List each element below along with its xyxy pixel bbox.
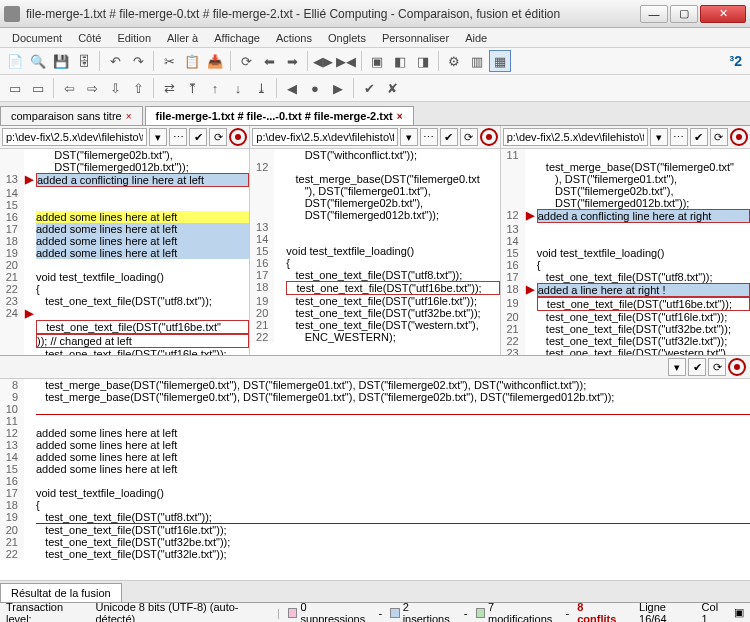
layout1-icon[interactable]: ▥ [466,50,488,72]
close-button[interactable]: ✕ [700,5,746,23]
code-line[interactable]: 17 test_one_text_file(DST("utf8.txt")); [501,271,750,283]
code-line[interactable]: 16 [0,475,750,487]
new-doc-icon[interactable]: 📄 [4,50,26,72]
code-line[interactable]: 12▶added a conflicting line here at righ… [501,209,750,223]
menu-help[interactable]: Aide [457,30,495,46]
menu-document[interactable]: Document [4,30,70,46]
menu-edit[interactable]: Edition [109,30,159,46]
code-line[interactable]: 13▶added a conflicting line here at left [0,173,249,187]
code-line[interactable]: 22 ENC_WESTERN); [250,331,499,343]
arrow-left-icon[interactable]: ⇦ [58,77,80,99]
code-line[interactable]: 19 test_one_text_file(DST("utf16be.txt")… [501,297,750,311]
code-line[interactable]: )); // changed at left [0,334,249,348]
dropdown-icon[interactable]: ▾ [650,128,668,146]
editor-left[interactable]: DST("filemerge02b.txt"), DST("filemerged… [0,149,249,355]
code-line[interactable]: DST("withconflict.txt")); [250,149,499,161]
dropdown-icon[interactable]: ▾ [668,358,686,376]
reload-pane-icon[interactable]: ⟳ [460,128,478,146]
save-pane-icon[interactable]: ✔ [690,128,708,146]
dropdown-icon[interactable]: ▾ [400,128,418,146]
browse-icon[interactable]: ⋯ [670,128,688,146]
view-both-icon[interactable]: ▣ [366,50,388,72]
swap-panes-icon[interactable]: ⇄ [158,77,180,99]
code-line[interactable]: 20 test_one_text_file(DST("utf32be.txt")… [250,307,499,319]
code-line[interactable]: 14added some lines here at left [0,451,750,463]
code-line[interactable]: DST("filemerged012b.txt")); [501,197,750,209]
tool-a-icon[interactable]: ▭ [4,77,26,99]
code-line[interactable]: test_one_text_file(DST("utf16be.txt" [0,320,249,334]
code-line[interactable]: "), DST("filemerge01.txt"), [250,185,499,197]
code-line[interactable]: DST("filemerge02b.txt"), [250,197,499,209]
code-line[interactable]: 23 test_one_text_file(DST("western.txt")… [501,347,750,355]
save-icon[interactable]: 💾 [50,50,72,72]
editor-center[interactable]: DST("withconflict.txt"));12 test_merge_b… [250,149,499,355]
tab-result[interactable]: Résultat de la fusion [0,583,122,602]
code-line[interactable]: DST("filemerged012b.txt")); [250,209,499,221]
menu-goto[interactable]: Aller à [159,30,206,46]
code-line[interactable]: 18{ [0,499,750,511]
cut-icon[interactable]: ✂ [158,50,180,72]
arrow-right-icon[interactable]: ⇨ [81,77,103,99]
code-line[interactable]: 20 [0,259,249,271]
merge-left-icon[interactable]: ◀▶ [312,50,334,72]
code-line[interactable]: 22{ [0,283,249,295]
code-line[interactable]: 17void test_textfile_loading() [0,487,750,499]
save-pane-icon[interactable]: ✔ [189,128,207,146]
save-merge-icon[interactable]: ✔ [688,358,706,376]
goto-first-icon[interactable]: ⤒ [181,77,203,99]
code-line[interactable]: 11 [0,415,750,427]
code-line[interactable]: 19added some lines here at left [0,247,249,259]
menu-tabs[interactable]: Onglets [320,30,374,46]
path-input-left[interactable] [2,128,147,146]
open-icon[interactable]: 🔍 [27,50,49,72]
code-line[interactable]: 21 test_one_text_file(DST("utf32be.txt")… [0,536,750,548]
view-right-icon[interactable]: ◨ [412,50,434,72]
code-line[interactable]: DST("filemerged012b.txt")); [0,161,249,173]
code-line[interactable]: 10 [0,403,750,415]
editor-right[interactable]: 11 test_merge_base(DST("filemerge0.txt" … [501,149,750,355]
refresh-icon[interactable]: ⟳ [235,50,257,72]
target-icon[interactable] [730,128,748,146]
code-line[interactable]: 21void test_textfile_loading() [0,271,249,283]
use-center-icon[interactable]: ● [304,77,326,99]
code-line[interactable]: 11 [501,149,750,161]
code-line[interactable]: 13added some lines here at left [0,439,750,451]
browse-icon[interactable]: ⋯ [420,128,438,146]
code-line[interactable]: test_merge_base(DST("filemerge0.txt" [501,161,750,173]
next-diff-icon[interactable]: ➡ [281,50,303,72]
code-line[interactable]: 20 test_one_text_file(DST("utf16le.txt")… [501,311,750,323]
code-line[interactable]: 18 test_one_text_file(DST("utf16be.txt")… [250,281,499,295]
code-line[interactable]: 12 [250,161,499,173]
code-line[interactable]: test_merge_base(DST("filemerge0.txt [250,173,499,185]
editor-merge[interactable]: 8 test_merge_base(DST("filemerge0.txt"),… [0,379,750,580]
minimize-button[interactable]: — [640,5,668,23]
save-pane-icon[interactable]: ✔ [440,128,458,146]
menu-customize[interactable]: Personnaliser [374,30,457,46]
code-line[interactable]: 16{ [250,257,499,269]
code-line[interactable]: 13 [250,221,499,233]
code-line[interactable]: test_one_text_file(DST("utf16le.txt")); [0,348,249,355]
save-all-icon[interactable]: 🗄 [73,50,95,72]
path-input-center[interactable] [252,128,397,146]
use-right-icon[interactable]: ▶ [327,77,349,99]
reload-pane-icon[interactable]: ⟳ [209,128,227,146]
view-left-icon[interactable]: ◧ [389,50,411,72]
code-line[interactable]: 24▶ [0,307,249,320]
redo-icon[interactable]: ↷ [127,50,149,72]
code-line[interactable]: 17added some lines here at left [0,223,249,235]
target-icon[interactable] [480,128,498,146]
code-line[interactable]: 16added some lines here at left [0,211,249,223]
arrow-down-icon[interactable]: ⇩ [104,77,126,99]
maximize-button[interactable]: ▢ [670,5,698,23]
copy-icon[interactable]: 📋 [181,50,203,72]
menu-actions[interactable]: Actions [268,30,320,46]
code-line[interactable]: 17 test_one_text_file(DST("utf8.txt")); [250,269,499,281]
code-line[interactable]: 15void test_textfile_loading() [501,247,750,259]
dropdown-icon[interactable]: ▾ [149,128,167,146]
arrow-up-icon[interactable]: ⇧ [127,77,149,99]
goto-prev-icon[interactable]: ↑ [204,77,226,99]
code-line[interactable]: 13 [501,223,750,235]
tool-b-icon[interactable]: ▭ [27,77,49,99]
prev-diff-icon[interactable]: ⬅ [258,50,280,72]
close-tab-icon[interactable]: × [126,111,132,122]
